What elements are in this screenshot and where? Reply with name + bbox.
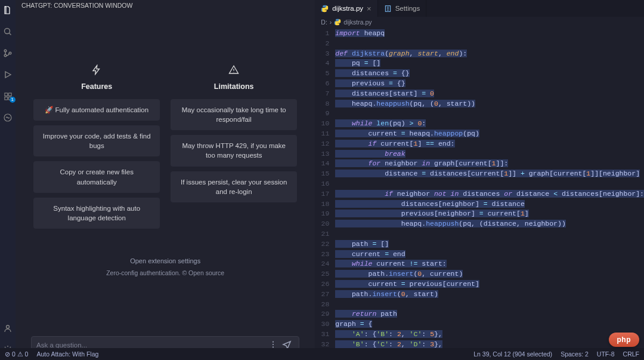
welcome-content: Features 🚀 Fully automated authenticatio… xyxy=(16,12,315,329)
svg-point-11 xyxy=(273,343,274,344)
line-number: 15 xyxy=(315,169,329,179)
line-number: 3 xyxy=(315,49,329,59)
line-number: 10 xyxy=(315,119,329,129)
code-line[interactable]: 'A': {'B': 2, 'C': 5}, xyxy=(335,330,644,340)
line-number: 9 xyxy=(315,109,329,119)
line-number: 31 xyxy=(315,330,329,340)
warning-icon xyxy=(228,64,239,75)
code-line[interactable]: previous[neighbor] = current[1] xyxy=(335,209,644,219)
limitation-card[interactable]: May occasionally take long time to respo… xyxy=(171,99,297,130)
line-number: 28 xyxy=(315,300,329,310)
code-line[interactable]: heapq.heappush(pq, (0, start)) xyxy=(335,99,644,109)
auth-text: Zero-config authentication. © Open sourc… xyxy=(106,269,224,276)
code-line[interactable] xyxy=(335,179,644,189)
editor-group: dijkstra.py×Settings D: › dijkstra.py 12… xyxy=(315,0,644,360)
close-icon[interactable]: × xyxy=(367,5,371,13)
limitation-card[interactable]: If issues persist, clear your session an… xyxy=(171,171,297,202)
status-eol[interactable]: CRLF xyxy=(623,350,639,358)
features-column: Features 🚀 Fully automated authenticatio… xyxy=(33,64,160,233)
line-number: 27 xyxy=(315,290,329,300)
status-encoding[interactable]: UTF-8 xyxy=(597,350,615,358)
line-number: 2 xyxy=(315,39,329,49)
code-line[interactable]: path.insert(0, start) xyxy=(335,290,644,300)
status-problems[interactable]: ⊘ 0 ⚠ 0 xyxy=(5,350,28,358)
line-number: 21 xyxy=(315,229,329,239)
chevron-right-icon: › xyxy=(330,19,332,26)
code-line[interactable]: graph = { xyxy=(335,319,644,330)
code-line[interactable]: heapq.heappush(pq, (distance, neighbor)) xyxy=(335,219,644,229)
extensions-icon[interactable]: 1 xyxy=(2,91,13,101)
line-number: 16 xyxy=(315,179,329,189)
svg-point-10 xyxy=(273,341,274,342)
breadcrumb[interactable]: D: › dijkstra.py xyxy=(315,17,644,27)
line-number: 1 xyxy=(315,29,329,39)
feature-card[interactable]: Copy or create new files automatically xyxy=(33,161,160,192)
code-line[interactable]: previous = {} xyxy=(335,79,644,89)
code-line[interactable]: distances[start] = 0 xyxy=(335,89,644,99)
line-number: 25 xyxy=(315,269,329,279)
line-number: 24 xyxy=(315,259,329,269)
code-line[interactable]: while current != start: xyxy=(335,259,644,269)
chatgpt-icon[interactable] xyxy=(2,112,13,123)
code-line[interactable]: return path xyxy=(335,309,644,319)
open-settings-link[interactable]: Open extension settings xyxy=(130,257,200,264)
run-debug-icon[interactable] xyxy=(2,69,13,80)
svg-point-0 xyxy=(5,29,10,34)
line-number: 7 xyxy=(315,89,329,99)
code-line[interactable]: distances = {} xyxy=(335,69,644,79)
line-number: 19 xyxy=(315,209,329,219)
line-number: 26 xyxy=(315,279,329,290)
code-line[interactable]: distance = distances[current[1]] + graph… xyxy=(335,169,644,179)
code-line[interactable]: if neighbor not in distances or distance… xyxy=(335,189,644,199)
code-line[interactable]: break xyxy=(335,149,644,159)
code-line[interactable] xyxy=(335,109,644,119)
code-line[interactable]: current = end xyxy=(335,250,644,260)
code-line[interactable] xyxy=(335,39,644,49)
code-line[interactable]: distances[neighbor] = distance xyxy=(335,199,644,210)
code-line[interactable]: path = [] xyxy=(335,239,644,250)
editor-tab[interactable]: dijkstra.py× xyxy=(315,0,377,17)
line-number: 20 xyxy=(315,219,329,229)
status-auto-attach[interactable]: Auto Attach: With Flag xyxy=(36,350,98,358)
status-spaces[interactable]: Spaces: 2 xyxy=(561,350,589,358)
code-line[interactable]: current = heapq.heappop(pq) xyxy=(335,129,644,139)
code-line[interactable]: if current[1] == end: xyxy=(335,139,644,149)
extensions-badge: 1 xyxy=(10,97,16,103)
line-number: 14 xyxy=(315,159,329,169)
breadcrumb-root[interactable]: D: xyxy=(321,19,327,26)
feature-card[interactable]: Improve your code, add tests & find bugs xyxy=(33,125,160,156)
panel-title: CHATGPT: CONVERSATION WINDOW xyxy=(16,0,315,12)
line-number: 5 xyxy=(315,69,329,79)
explorer-icon[interactable] xyxy=(2,5,13,16)
python-file-icon xyxy=(334,19,341,26)
limitation-card[interactable]: May throw HTTP 429, if you make too many… xyxy=(171,135,297,166)
code-line[interactable]: current = previous[current] xyxy=(335,279,644,290)
accounts-icon[interactable] xyxy=(2,323,13,334)
code-line[interactable]: for neighbor in graph[current[1]]: xyxy=(335,159,644,169)
svg-point-8 xyxy=(7,325,10,328)
code-line[interactable] xyxy=(335,229,644,239)
feature-card[interactable]: Syntax highlighting with auto language d… xyxy=(33,198,160,229)
source-control-icon[interactable] xyxy=(2,48,13,59)
line-number: 8 xyxy=(315,99,329,109)
feature-card[interactable]: 🚀 Fully automated authentication xyxy=(33,99,160,121)
status-bar: ⊘ 0 ⚠ 0 Auto Attach: With Flag Ln 39, Co… xyxy=(0,348,644,360)
code-line[interactable] xyxy=(335,300,644,310)
search-icon[interactable] xyxy=(2,26,13,37)
code-line[interactable]: pq = [] xyxy=(335,59,644,69)
status-cursor[interactable]: Ln 39, Col 12 (904 selected) xyxy=(473,350,552,358)
svg-rect-4 xyxy=(4,93,7,96)
breadcrumb-file[interactable]: dijkstra.py xyxy=(343,19,371,26)
lightning-icon xyxy=(91,64,102,75)
editor-tabs: dijkstra.py×Settings xyxy=(315,0,644,17)
editor-tab[interactable]: Settings xyxy=(378,0,427,17)
code-editor[interactable]: 1234567891011121314151617181920212223242… xyxy=(315,27,644,360)
code-line[interactable]: import heapq xyxy=(335,29,644,39)
code-line[interactable]: while len(pq) > 0: xyxy=(335,119,644,129)
line-number: 29 xyxy=(315,309,329,319)
line-number: 22 xyxy=(315,239,329,250)
features-title: Features xyxy=(81,82,112,91)
code-line[interactable]: path.insert(0, current) xyxy=(335,269,644,279)
svg-point-2 xyxy=(4,54,7,57)
code-line[interactable]: def dijkstra(graph, start, end): xyxy=(335,49,644,59)
